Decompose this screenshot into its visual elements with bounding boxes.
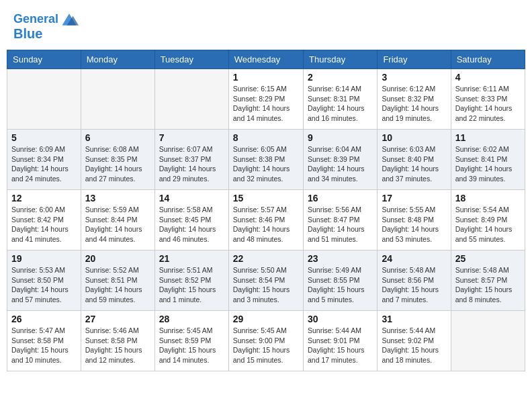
weekday-header-row: SundayMondayTuesdayWednesdayThursdayFrid…: [7, 50, 525, 69]
day-info: Sunrise: 5:52 AM Sunset: 8:51 PM Dayligh…: [85, 265, 150, 305]
calendar-body: 1Sunrise: 6:15 AM Sunset: 8:29 PM Daylig…: [7, 69, 525, 371]
weekday-thursday: Thursday: [303, 50, 377, 69]
calendar-cell: 8Sunrise: 6:05 AM Sunset: 8:38 PM Daylig…: [228, 130, 303, 190]
day-number: 19: [11, 253, 77, 264]
calendar-cell: 26Sunrise: 5:47 AM Sunset: 8:58 PM Dayli…: [7, 311, 81, 371]
day-number: 27: [85, 314, 150, 324]
day-number: 12: [11, 193, 77, 203]
day-number: 21: [159, 253, 224, 264]
day-number: 28: [159, 314, 224, 324]
day-number: 13: [85, 193, 150, 203]
day-info: Sunrise: 5:46 AM Sunset: 8:58 PM Dayligh…: [85, 326, 150, 365]
day-number: 1: [233, 72, 299, 83]
calendar-cell: 10Sunrise: 6:03 AM Sunset: 8:40 PM Dayli…: [378, 130, 451, 190]
calendar-cell: 29Sunrise: 5:45 AM Sunset: 9:00 PM Dayli…: [228, 311, 303, 371]
calendar-cell: 9Sunrise: 6:04 AM Sunset: 8:39 PM Daylig…: [303, 130, 377, 190]
day-number: 17: [382, 193, 446, 203]
calendar-cell: 25Sunrise: 5:48 AM Sunset: 8:57 PM Dayli…: [451, 250, 525, 311]
weekday-tuesday: Tuesday: [154, 50, 228, 69]
calendar-cell: [7, 69, 81, 130]
day-info: Sunrise: 5:58 AM Sunset: 8:45 PM Dayligh…: [159, 205, 224, 244]
day-info: Sunrise: 6:02 AM Sunset: 8:41 PM Dayligh…: [455, 144, 521, 184]
day-info: Sunrise: 5:50 AM Sunset: 8:54 PM Dayligh…: [233, 265, 299, 305]
day-number: 24: [382, 253, 446, 264]
calendar-cell: 21Sunrise: 5:51 AM Sunset: 8:52 PM Dayli…: [154, 250, 228, 311]
calendar-cell: [81, 69, 154, 130]
logo-text: General: [13, 13, 58, 26]
calendar-cell: 18Sunrise: 5:54 AM Sunset: 8:49 PM Dayli…: [451, 190, 525, 250]
day-number: 11: [455, 132, 521, 143]
calendar-cell: 23Sunrise: 5:49 AM Sunset: 8:55 PM Dayli…: [303, 250, 377, 311]
calendar-cell: 4Sunrise: 6:11 AM Sunset: 8:33 PM Daylig…: [451, 69, 525, 130]
page-header: General Blue: [7, 7, 525, 44]
calendar-cell: 31Sunrise: 5:44 AM Sunset: 9:02 PM Dayli…: [378, 311, 451, 371]
calendar-cell: 27Sunrise: 5:46 AM Sunset: 8:58 PM Dayli…: [81, 311, 154, 371]
day-number: 4: [455, 72, 521, 83]
day-info: Sunrise: 6:11 AM Sunset: 8:33 PM Dayligh…: [455, 84, 521, 124]
day-info: Sunrise: 5:45 AM Sunset: 8:59 PM Dayligh…: [159, 326, 224, 365]
day-info: Sunrise: 5:44 AM Sunset: 9:02 PM Dayligh…: [382, 326, 446, 365]
day-number: 14: [159, 193, 224, 203]
week-row-4: 19Sunrise: 5:53 AM Sunset: 8:50 PM Dayli…: [7, 250, 525, 311]
day-number: 18: [455, 193, 521, 203]
calendar-cell: 13Sunrise: 5:59 AM Sunset: 8:44 PM Dayli…: [81, 190, 154, 250]
calendar-cell: 19Sunrise: 5:53 AM Sunset: 8:50 PM Dayli…: [7, 250, 81, 311]
day-number: 7: [159, 132, 224, 143]
day-number: 10: [382, 132, 446, 143]
calendar-cell: 17Sunrise: 5:55 AM Sunset: 8:48 PM Dayli…: [378, 190, 451, 250]
weekday-monday: Monday: [81, 50, 154, 69]
day-number: 25: [455, 253, 521, 264]
calendar-cell: 7Sunrise: 6:07 AM Sunset: 8:37 PM Daylig…: [154, 130, 228, 190]
calendar-cell: [154, 69, 228, 130]
weekday-wednesday: Wednesday: [228, 50, 303, 69]
day-number: 3: [382, 72, 446, 83]
day-number: 22: [233, 253, 299, 264]
day-number: 15: [233, 193, 299, 203]
day-info: Sunrise: 5:48 AM Sunset: 8:57 PM Dayligh…: [455, 265, 521, 305]
calendar-cell: 6Sunrise: 6:08 AM Sunset: 8:35 PM Daylig…: [81, 130, 154, 190]
day-info: Sunrise: 6:09 AM Sunset: 8:34 PM Dayligh…: [11, 144, 77, 184]
day-number: 20: [85, 253, 150, 264]
day-info: Sunrise: 6:08 AM Sunset: 8:35 PM Dayligh…: [85, 144, 150, 184]
day-info: Sunrise: 5:57 AM Sunset: 8:46 PM Dayligh…: [233, 205, 299, 244]
day-number: 16: [308, 193, 373, 203]
week-row-1: 1Sunrise: 6:15 AM Sunset: 8:29 PM Daylig…: [7, 69, 525, 130]
weekday-friday: Friday: [378, 50, 451, 69]
day-number: 2: [308, 72, 373, 83]
day-info: Sunrise: 6:00 AM Sunset: 8:42 PM Dayligh…: [11, 205, 77, 244]
calendar-cell: 16Sunrise: 5:56 AM Sunset: 8:47 PM Dayli…: [303, 190, 377, 250]
day-info: Sunrise: 5:56 AM Sunset: 8:47 PM Dayligh…: [308, 205, 373, 244]
day-info: Sunrise: 6:05 AM Sunset: 8:38 PM Dayligh…: [233, 144, 299, 184]
calendar-cell: 22Sunrise: 5:50 AM Sunset: 8:54 PM Dayli…: [228, 250, 303, 311]
calendar-cell: 28Sunrise: 5:45 AM Sunset: 8:59 PM Dayli…: [154, 311, 228, 371]
calendar-cell: 20Sunrise: 5:52 AM Sunset: 8:51 PM Dayli…: [81, 250, 154, 311]
calendar-cell: 15Sunrise: 5:57 AM Sunset: 8:46 PM Dayli…: [228, 190, 303, 250]
weekday-saturday: Saturday: [451, 50, 525, 69]
day-number: 31: [382, 314, 446, 324]
week-row-3: 12Sunrise: 6:00 AM Sunset: 8:42 PM Dayli…: [7, 190, 525, 250]
day-number: 26: [11, 314, 77, 324]
weekday-sunday: Sunday: [7, 50, 81, 69]
day-number: 8: [233, 132, 299, 143]
calendar-cell: 30Sunrise: 5:44 AM Sunset: 9:01 PM Dayli…: [303, 311, 377, 371]
day-number: 30: [308, 314, 373, 324]
day-number: 29: [233, 314, 299, 324]
calendar-cell: 1Sunrise: 6:15 AM Sunset: 8:29 PM Daylig…: [228, 69, 303, 130]
day-info: Sunrise: 5:48 AM Sunset: 8:56 PM Dayligh…: [382, 265, 446, 305]
day-info: Sunrise: 5:44 AM Sunset: 9:01 PM Dayligh…: [308, 326, 373, 365]
calendar-cell: [451, 311, 525, 371]
calendar-cell: 2Sunrise: 6:14 AM Sunset: 8:31 PM Daylig…: [303, 69, 377, 130]
day-number: 9: [308, 132, 373, 143]
calendar-table: SundayMondayTuesdayWednesdayThursdayFrid…: [7, 50, 525, 371]
day-number: 6: [85, 132, 150, 143]
day-info: Sunrise: 6:04 AM Sunset: 8:39 PM Dayligh…: [308, 144, 373, 184]
calendar-cell: 5Sunrise: 6:09 AM Sunset: 8:34 PM Daylig…: [7, 130, 81, 190]
day-info: Sunrise: 5:59 AM Sunset: 8:44 PM Dayligh…: [85, 205, 150, 244]
day-info: Sunrise: 5:49 AM Sunset: 8:55 PM Dayligh…: [308, 265, 373, 305]
logo-icon: [60, 10, 79, 29]
week-row-5: 26Sunrise: 5:47 AM Sunset: 8:58 PM Dayli…: [7, 311, 525, 371]
day-info: Sunrise: 5:45 AM Sunset: 9:00 PM Dayligh…: [233, 326, 299, 365]
calendar-cell: 11Sunrise: 6:02 AM Sunset: 8:41 PM Dayli…: [451, 130, 525, 190]
day-number: 5: [11, 132, 77, 143]
day-info: Sunrise: 5:54 AM Sunset: 8:49 PM Dayligh…: [455, 205, 521, 244]
